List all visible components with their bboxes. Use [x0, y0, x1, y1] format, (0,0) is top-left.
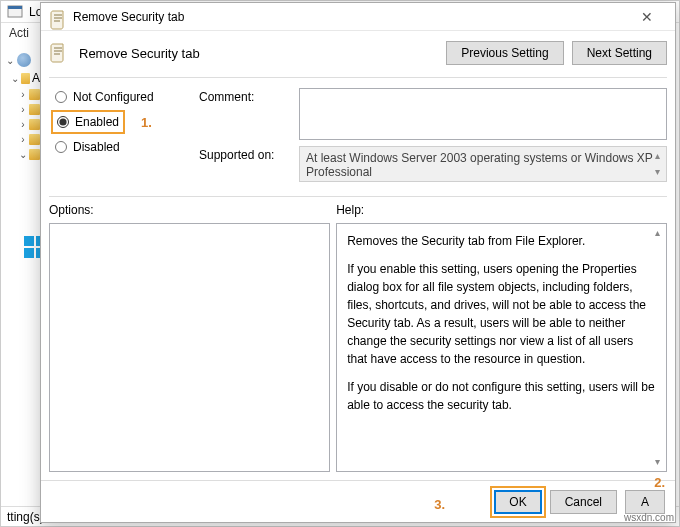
scroll-up-icon[interactable]: ▴ [650, 149, 664, 163]
radio-input[interactable] [55, 141, 67, 153]
dialog-content: Remove Security tab Previous Setting Nex… [41, 31, 675, 480]
setting-name-group: Remove Security tab [49, 42, 200, 64]
top-area: Not Configured Enabled 1. Disabled Comme… [49, 88, 667, 182]
scroll-up-icon[interactable]: ▴ [650, 226, 664, 240]
previous-setting-button[interactable]: Previous Setting [446, 41, 563, 65]
radio-label: Disabled [73, 140, 120, 154]
annotation-3: 3. [434, 497, 445, 512]
tree-root[interactable]: ⌄ [5, 53, 40, 67]
help-p3: If you disable or do not configure this … [347, 378, 656, 414]
comment-column: Comment: Supported on: At least Windows … [199, 88, 667, 182]
chevron-down-icon[interactable]: ⌄ [19, 149, 27, 160]
folder-icon [29, 119, 40, 130]
ok-highlight: OK [494, 490, 541, 514]
chevron-right-icon[interactable]: › [19, 119, 27, 130]
supported-textbox: At least Windows Server 2003 operating s… [299, 146, 667, 182]
help-p1: Removes the Security tab from File Explo… [347, 232, 656, 250]
radio-input[interactable] [57, 116, 69, 128]
dialog-titlebar[interactable]: Remove Security tab ✕ [41, 3, 675, 31]
chevron-right-icon[interactable]: › [19, 134, 27, 145]
svg-rect-1 [8, 6, 22, 9]
annotation-2: 2. [654, 475, 665, 490]
dialog-header: Remove Security tab Previous Setting Nex… [49, 41, 667, 78]
radio-input[interactable] [55, 91, 67, 103]
radio-label: Enabled [75, 115, 119, 129]
folder-icon [21, 73, 30, 84]
folder-icon [29, 134, 40, 145]
comment-label: Comment: [199, 88, 289, 104]
policy-scroll-icon [49, 42, 71, 64]
apply-button[interactable]: A [625, 490, 665, 514]
options-column: Options: [49, 203, 330, 472]
next-setting-button[interactable]: Next Setting [572, 41, 667, 65]
tree-node-5[interactable]: › [5, 134, 40, 145]
supported-label: Supported on: [199, 146, 289, 162]
radio-label: Not Configured [73, 90, 154, 104]
nav-buttons: Previous Setting Next Setting [446, 41, 667, 65]
state-radios: Not Configured Enabled 1. Disabled [49, 88, 189, 182]
folder-icon [29, 149, 40, 160]
bg-menu-action[interactable]: Acti [9, 26, 29, 40]
lower-area: Options: Help: Removes the Security tab … [49, 203, 667, 472]
supported-row: Supported on: At least Windows Server 20… [199, 146, 667, 182]
radio-not-configured[interactable]: Not Configured [55, 90, 189, 104]
cancel-button[interactable]: Cancel [550, 490, 617, 514]
policy-scroll-icon [49, 9, 65, 25]
ok-button[interactable]: OK [494, 490, 541, 514]
help-label: Help: [336, 203, 667, 217]
scroll-down-icon[interactable]: ▾ [650, 165, 664, 179]
tree-node-6[interactable]: ⌄ [5, 149, 40, 160]
separator [49, 196, 667, 197]
radio-enabled-row: Enabled 1. [55, 114, 189, 130]
tree-node-2[interactable]: › [5, 89, 40, 100]
chevron-down-icon[interactable]: ⌄ [11, 73, 19, 84]
help-box: Removes the Security tab from File Explo… [336, 223, 667, 472]
annotation-1: 1. [141, 115, 152, 130]
policy-icon [17, 53, 31, 67]
dialog-title: Remove Security tab [73, 10, 627, 24]
radio-disabled[interactable]: Disabled [55, 140, 189, 154]
tree-node-3[interactable]: › [5, 104, 40, 115]
tree-node-1[interactable]: ⌄ A [5, 71, 40, 85]
options-label: Options: [49, 203, 330, 217]
chevron-right-icon[interactable]: › [19, 89, 27, 100]
tree-label: A [32, 71, 40, 85]
folder-icon [29, 104, 40, 115]
help-column: Help: Removes the Security tab from File… [336, 203, 667, 472]
scroll-down-icon[interactable]: ▾ [650, 455, 664, 469]
comment-textbox[interactable] [299, 88, 667, 140]
radio-enabled[interactable]: Enabled [55, 114, 121, 130]
tree-node-4[interactable]: › [5, 119, 40, 130]
setting-name: Remove Security tab [79, 46, 200, 61]
comment-row: Comment: [199, 88, 667, 140]
supported-value: At least Windows Server 2003 operating s… [306, 151, 653, 179]
source-watermark: wsxdn.com [624, 512, 674, 523]
status-text: tting(s) [7, 510, 44, 524]
close-button[interactable]: ✕ [627, 3, 667, 30]
chevron-down-icon[interactable]: ⌄ [5, 55, 15, 66]
folder-icon [29, 89, 40, 100]
bg-app-icon [7, 4, 23, 20]
chevron-right-icon[interactable]: › [19, 104, 27, 115]
bg-tree[interactable]: ⌄ ⌄ A › › › › [1, 43, 41, 506]
options-box [49, 223, 330, 472]
help-p2: If you enable this setting, users openin… [347, 260, 656, 368]
dialog-footer: 3. OK Cancel 2. A [41, 480, 675, 522]
policy-dialog: Remove Security tab ✕ Remove Security ta… [40, 2, 676, 523]
